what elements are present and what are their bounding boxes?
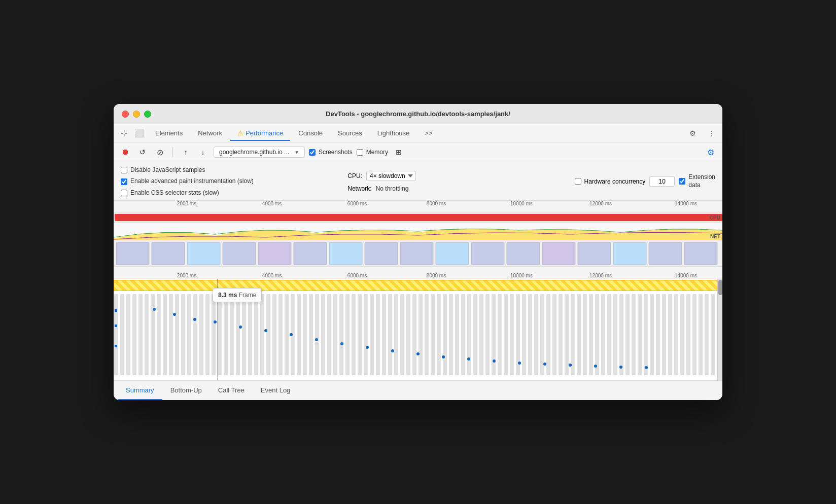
- net-overview-area: NET: [114, 223, 722, 241]
- hw-concurrency-input[interactable]: [649, 176, 675, 187]
- svg-rect-14: [613, 242, 646, 265]
- tab-elements[interactable]: Elements: [148, 125, 190, 141]
- inspect-icon[interactable]: ⊹: [118, 124, 130, 142]
- timeline-scrollbar[interactable]: [717, 279, 722, 380]
- svg-rect-18: [114, 294, 716, 375]
- main-tick-2000: 2000 ms: [177, 273, 196, 278]
- screenshots-toggle[interactable]: Screenshots: [309, 149, 353, 156]
- svg-point-35: [543, 363, 546, 366]
- settings-right-col: Hardware concurrency Extensiondata: [575, 173, 715, 189]
- memory-icon-btn[interactable]: ⊞: [392, 146, 405, 159]
- hw-concurrency-checkbox[interactable]: [575, 178, 581, 185]
- svg-point-27: [340, 342, 343, 345]
- toolbar-settings-icon[interactable]: ⚙: [704, 146, 717, 159]
- svg-rect-13: [578, 242, 611, 265]
- svg-point-34: [518, 362, 521, 365]
- svg-rect-15: [649, 242, 682, 265]
- titlebar: DevTools - googlechrome.github.io/devtoo…: [114, 104, 722, 124]
- devtools-more-icon[interactable]: ⋮: [705, 125, 718, 141]
- tab-sources[interactable]: Sources: [331, 125, 369, 141]
- upload-button[interactable]: ↑: [179, 146, 192, 159]
- svg-point-20: [173, 313, 176, 316]
- device-icon[interactable]: ⬜: [131, 125, 147, 142]
- tab-performance[interactable]: ⚠ Performance: [230, 125, 290, 141]
- tab-network[interactable]: Network: [191, 125, 229, 141]
- settings-panel: Disable JavaScript samples Enable advanc…: [114, 162, 722, 201]
- main-timeline: 2000 ms 4000 ms 6000 ms 8000 ms 10000 ms…: [114, 267, 722, 381]
- tab-more[interactable]: >>: [417, 125, 439, 141]
- svg-point-30: [416, 352, 420, 355]
- overview-timeline: 2000 ms 4000 ms 6000 ms 8000 ms 10000 ms…: [114, 201, 722, 267]
- svg-point-37: [594, 365, 597, 368]
- tab-bottom-up[interactable]: Bottom-Up: [162, 381, 210, 400]
- svg-rect-9: [436, 242, 469, 265]
- svg-point-29: [391, 349, 394, 352]
- memory-checkbox[interactable]: [357, 149, 363, 156]
- memory-label: Memory: [366, 149, 388, 156]
- cpu-select[interactable]: 4× slowdown No throttling 2× slowdown 6×…: [366, 171, 416, 181]
- extension-data-text: Extensiondata: [688, 173, 715, 189]
- tab-lighthouse[interactable]: Lighthouse: [370, 125, 417, 141]
- main-tick-14000: 14000 ms: [675, 273, 697, 278]
- download-button[interactable]: ↓: [196, 146, 210, 159]
- disable-js-checkbox[interactable]: [121, 167, 127, 173]
- minimize-button[interactable]: [133, 111, 140, 118]
- main-tick-12000: 12000 ms: [589, 273, 612, 278]
- enable-css-label[interactable]: Enable CSS selector stats (slow): [121, 189, 219, 196]
- net-label: NET: [710, 234, 720, 239]
- record-button[interactable]: ⏺: [119, 146, 132, 159]
- screenshots-thumbnails-svg: [114, 241, 722, 266]
- tooltip-label: Frame: [239, 292, 257, 299]
- reload-button[interactable]: ↺: [136, 146, 149, 159]
- svg-point-39: [645, 366, 648, 369]
- url-text: googlechrome.github.io ...: [219, 149, 291, 156]
- tab-event-log[interactable]: Event Log: [253, 381, 299, 400]
- cpu-red-bar: [115, 214, 722, 221]
- tab-summary[interactable]: Summary: [118, 381, 162, 400]
- svg-point-33: [493, 359, 496, 363]
- hw-concurrency-label[interactable]: Hardware concurrency: [575, 178, 646, 185]
- svg-point-36: [569, 364, 572, 367]
- screenshots-checkbox[interactable]: [309, 149, 316, 156]
- tab-call-tree[interactable]: Call Tree: [210, 381, 253, 400]
- svg-point-38: [619, 366, 622, 369]
- enable-paint-label[interactable]: Enable advanced paint instrumentation (s…: [121, 177, 254, 185]
- divider-1: [172, 147, 173, 157]
- frame-tooltip: 8.3 ms Frame: [213, 288, 262, 302]
- tick-4000: 4000 ms: [262, 201, 282, 206]
- settings-middle-col: CPU: 4× slowdown No throttling 2× slowdo…: [347, 171, 564, 192]
- main-tick-10000: 10000 ms: [510, 273, 533, 278]
- devtools-settings-icon[interactable]: ⚙: [686, 125, 699, 141]
- devtools-window: DevTools - googlechrome.github.io/devtoo…: [114, 104, 722, 400]
- tab-right-icons: ⚙ ⋮: [686, 125, 718, 141]
- tab-console[interactable]: Console: [291, 125, 330, 141]
- screenshots-label: Screenshots: [319, 149, 353, 156]
- window-title: DevTools - googlechrome.github.io/devtoo…: [326, 110, 510, 118]
- scrollbar-thumb[interactable]: [718, 280, 722, 295]
- tooltip-time: 8.3 ms: [218, 292, 237, 299]
- frames-section: ▼ Frames: [114, 279, 722, 380]
- frame-bars-container: [114, 294, 716, 380]
- url-bar[interactable]: googlechrome.github.io ... ▼: [214, 147, 305, 158]
- close-button[interactable]: [122, 111, 129, 118]
- cpu-label: CPU:: [347, 172, 362, 179]
- tick-10000: 10000 ms: [510, 201, 533, 206]
- svg-rect-42: [115, 345, 117, 347]
- enable-css-checkbox[interactable]: [121, 190, 127, 196]
- cpu-row: CPU: 4× slowdown No throttling 2× slowdo…: [347, 171, 564, 181]
- svg-rect-5: [294, 242, 327, 265]
- enable-paint-checkbox[interactable]: [121, 178, 127, 185]
- extension-data-checkbox[interactable]: [679, 178, 685, 185]
- maximize-button[interactable]: [144, 111, 151, 118]
- svg-rect-8: [400, 242, 433, 265]
- extension-data-label[interactable]: Extensiondata: [679, 173, 715, 189]
- svg-rect-0: [116, 242, 149, 265]
- memory-toggle[interactable]: Memory: [357, 149, 388, 156]
- svg-rect-1: [152, 242, 185, 265]
- svg-point-26: [315, 338, 318, 341]
- disable-js-label[interactable]: Disable JavaScript samples: [121, 166, 205, 173]
- network-row: Network: No throttling: [347, 185, 564, 192]
- toolbar: ⏺ ↺ ⊘ ↑ ↓ googlechrome.github.io ... ▼ S…: [114, 142, 722, 162]
- clear-button[interactable]: ⊘: [153, 146, 166, 159]
- svg-point-32: [467, 357, 470, 361]
